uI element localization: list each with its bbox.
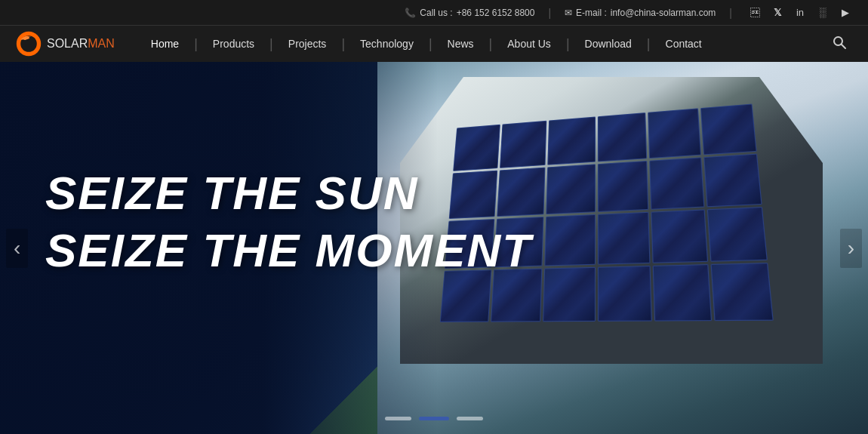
email-address: info@china-solarman.com — [611, 8, 716, 18]
next-slide-button[interactable]: › — [840, 229, 862, 268]
facebook-icon[interactable]:  — [747, 5, 762, 20]
panel-cell — [648, 108, 700, 158]
panel-cell — [710, 263, 774, 321]
panel-cell — [547, 117, 595, 165]
phone-icon: 📞 — [405, 8, 416, 18]
hero-headline-2: SEIZE THE MOMENT — [45, 225, 532, 276]
panel-cell — [440, 270, 491, 322]
panel-cell — [546, 164, 595, 214]
hero-headline-1: SEIZE THE SUN — [45, 168, 532, 219]
prev-slide-button[interactable]: ‹ — [6, 229, 28, 268]
phone-number: +86 152 6152 8800 — [457, 8, 535, 18]
contact-info: 📞 Call us : +86 152 6152 8800 | ✉ E-mail… — [405, 7, 732, 19]
panel-cell — [706, 207, 768, 263]
svg-line-4 — [842, 44, 846, 48]
main-nav: Home | Products | Projects | Technology … — [137, 26, 826, 62]
search-icon[interactable] — [826, 29, 853, 60]
panel-cell — [598, 266, 652, 322]
linkedin-icon[interactable]: in — [793, 5, 808, 20]
divider2: | — [729, 7, 732, 19]
divider: | — [548, 7, 551, 19]
panel-cell — [649, 157, 704, 209]
nav-products[interactable]: Products — [199, 26, 268, 62]
panel-cell — [453, 125, 500, 171]
twitter-icon[interactable]: 𝕏 — [770, 5, 785, 20]
phone-info: 📞 Call us : +86 152 6152 8800 — [405, 8, 534, 18]
top-bar: 📞 Call us : +86 152 6152 8800 | ✉ E-mail… — [0, 0, 868, 26]
nav-news[interactable]: News — [434, 26, 488, 62]
slide-dot-2[interactable] — [419, 417, 449, 420]
hero-section: SEIZE THE SUN SEIZE THE MOMENT ‹ › — [0, 62, 868, 434]
logo-man: MAN — [88, 37, 115, 51]
email-label: E-mail : — [576, 8, 607, 18]
logo-icon — [15, 30, 42, 57]
nav-technology[interactable]: Technology — [346, 26, 427, 62]
slide-dot-3[interactable] — [457, 417, 483, 420]
panel-cell — [491, 269, 543, 322]
instagram-icon[interactable]: ░ — [815, 5, 830, 20]
panel-cell — [544, 214, 595, 266]
panel-cell — [651, 209, 707, 263]
email-icon: ✉ — [565, 8, 572, 18]
youtube-icon[interactable]: ▶ — [838, 5, 853, 20]
social-links[interactable]:  𝕏 in ░ ▶ — [747, 5, 853, 20]
slide-indicators[interactable] — [385, 417, 483, 420]
nav-contact[interactable]: Contact — [652, 26, 716, 62]
panel-cell — [597, 161, 648, 212]
panel-cell — [500, 121, 547, 168]
nav-download[interactable]: Download — [571, 26, 645, 62]
slide-dot-1[interactable] — [385, 417, 411, 420]
logo-solar: SOLAR — [47, 37, 88, 51]
logo[interactable]: SOLARMAN — [15, 30, 115, 57]
navbar: SOLARMAN Home | Products | Projects | Te… — [0, 26, 868, 62]
panel-cell — [653, 264, 712, 321]
panel-cell — [703, 153, 762, 206]
panel-cell — [543, 267, 595, 322]
nav-home[interactable]: Home — [137, 26, 192, 62]
hero-text-block: SEIZE THE SUN SEIZE THE MOMENT — [45, 168, 532, 276]
email-info: ✉ E-mail : info@china-solarman.com — [565, 8, 716, 18]
panel-cell — [700, 104, 757, 155]
nav-projects[interactable]: Projects — [275, 26, 340, 62]
panel-cell — [597, 211, 650, 265]
call-label: Call us : — [420, 8, 452, 18]
nav-about[interactable]: About Us — [494, 26, 565, 62]
panel-cell — [597, 112, 647, 162]
